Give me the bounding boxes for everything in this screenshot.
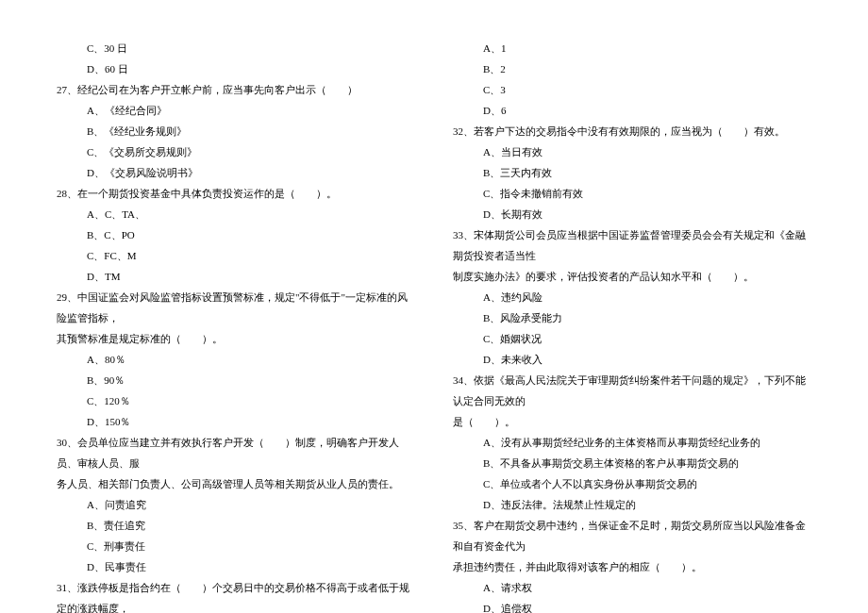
text-line: C、《交易所交易规则》	[57, 141, 415, 162]
right-column: A、1 B、2 C、3 D、6 32、若客户下达的交易指令中没有有效期限的，应当…	[453, 38, 811, 613]
text-line: 务人员、相关部门负责人、公司高级管理人员等相关期货从业人员的责任。	[57, 473, 415, 494]
question-line: 34、依据《最高人民法院关于审理期货纠纷案件若干问题的规定》，下列不能认定合同无…	[453, 370, 811, 411]
text-line: A、《经纪合同》	[57, 100, 415, 121]
text-line: A、违约风险	[453, 287, 811, 307]
text-line: A、80％	[57, 349, 415, 370]
text-line: B、责任追究	[57, 515, 415, 536]
text-line: B、2	[453, 58, 811, 79]
text-line: D、长期有效	[453, 204, 811, 224]
question-line: 31、涨跌停板是指合约在（ ）个交易日中的交易价格不得高于或者低于规定的涨跌幅度…	[57, 577, 415, 613]
text-line: D、《交易风险说明书》	[57, 162, 415, 183]
text-line: D、未来收入	[453, 349, 811, 370]
text-line: 其预警标准是规定标准的（ ）。	[57, 328, 415, 349]
question-line: 35、客户在期货交易中违约，当保证金不足时，期货交易所应当以风险准备金和自有资金…	[453, 515, 811, 556]
text-line: C、FC、M	[57, 245, 415, 266]
question-line: 33、宋体期货公司会员应当根据中国证券监督管理委员会会有关规定和《金融期货投资者…	[453, 224, 811, 266]
question-line: 32、若客户下达的交易指令中没有有效期限的，应当视为（ ）有效。	[453, 121, 811, 141]
text-line: 承担违约责任，并由此取得对该客户的相应（ ）。	[453, 556, 811, 577]
text-line: D、60 日	[57, 58, 415, 79]
text-line: 是（ ）。	[453, 411, 811, 432]
left-column: C、30 日 D、60 日 27、经纪公司在为客户开立帐户前，应当事先向客户出示…	[57, 38, 415, 613]
text-line: B、C、PO	[57, 224, 415, 245]
text-line: B、不具备从事期货交易主体资格的客户从事期货交易的	[453, 453, 811, 473]
text-line: D、民事责任	[57, 556, 415, 577]
text-line: A、请求权	[453, 577, 811, 598]
text-line: C、刑事责任	[57, 536, 415, 556]
text-line: C、单位或者个人不以真实身份从事期货交易的	[453, 473, 811, 494]
text-line: C、120％	[57, 390, 415, 411]
text-line: B、90％	[57, 370, 415, 390]
text-line: 制度实施办法》的要求，评估投资者的产品认知水平和（ ）。	[453, 266, 811, 287]
question-line: 28、在一个期货投资基金中具体负责投资运作的是（ ）。	[57, 183, 415, 204]
text-line: D、6	[453, 100, 811, 121]
text-line: D、追偿权	[453, 598, 811, 613]
text-line: C、指令未撤销前有效	[453, 183, 811, 204]
text-line: C、30 日	[57, 38, 415, 58]
text-line: D、150％	[57, 411, 415, 432]
text-line: C、婚姻状况	[453, 328, 811, 349]
text-line: B、《经纪业务规则》	[57, 121, 415, 141]
text-line: A、没有从事期货经纪业务的主体资格而从事期货经纪业务的	[453, 432, 811, 453]
page-content: C、30 日 D、60 日 27、经纪公司在为客户开立帐户前，应当事先向客户出示…	[57, 38, 811, 613]
text-line: B、三天内有效	[453, 162, 811, 183]
text-line: A、C、TA、	[57, 204, 415, 224]
question-line: 27、经纪公司在为客户开立帐户前，应当事先向客户出示（ ）	[57, 79, 415, 100]
text-line: A、问责追究	[57, 494, 415, 515]
question-line: 30、会员单位应当建立并有效执行客户开发（ ）制度，明确客户开发人员、审核人员、…	[57, 432, 415, 473]
text-line: D、TM	[57, 266, 415, 287]
text-line: C、3	[453, 79, 811, 100]
text-line: D、违反法律。法规禁止性规定的	[453, 494, 811, 515]
text-line: A、1	[453, 38, 811, 58]
text-line: B、风险承受能力	[453, 307, 811, 328]
text-line: A、当日有效	[453, 141, 811, 162]
question-line: 29、中国证监会对风险监管指标设置预警标准，规定"不得低于"一定标准的风险监管指…	[57, 287, 415, 328]
